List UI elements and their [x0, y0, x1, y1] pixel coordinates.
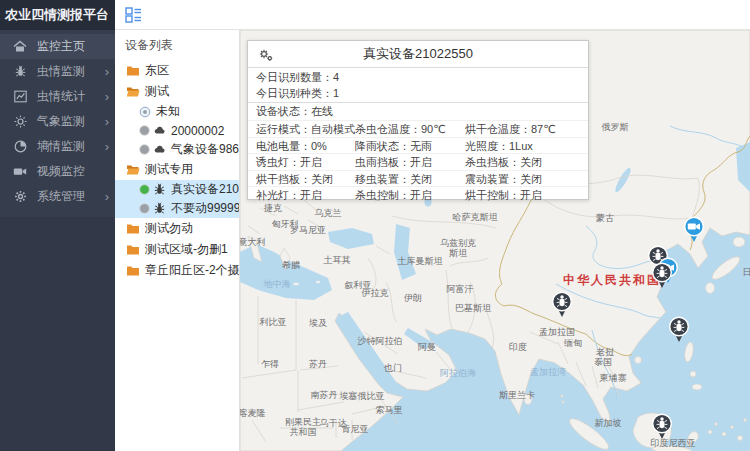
popup-grid-cell: 杀虫仓温度：90℃	[355, 121, 465, 137]
status-offline-icon	[139, 144, 150, 155]
folder-open-icon	[126, 164, 140, 176]
popup-summary: 今日识别数量：4今日识别种类：1	[248, 68, 588, 103]
tree-node-device[interactable]: 未知	[115, 102, 239, 121]
popup-grid-cell: 降雨状态：无雨	[355, 138, 465, 154]
soil-icon	[13, 140, 27, 154]
insect-device-marker[interactable]	[651, 262, 673, 289]
sidebar-item-label: 监控主页	[37, 38, 109, 55]
popup-grid-cell: 虫雨挡板：开启	[355, 154, 465, 170]
sidebar-item-label: 虫情监测	[37, 63, 105, 80]
chart-icon	[13, 90, 27, 104]
sidebar-item-虫情统计[interactable]: 虫情统计›	[0, 84, 115, 109]
device-tree: 东区测试未知20000002气象设备986测试专用真实设备21022550不要动…	[115, 60, 239, 281]
popup-grid-row: 补光灯：开启杀虫控制：开启烘干控制：开启	[248, 186, 588, 203]
sidebar-item-监控主页[interactable]: 监控主页	[0, 34, 115, 59]
video-icon	[13, 165, 27, 179]
sidebar-item-气象监测[interactable]: 气象监测›	[0, 109, 115, 134]
tree-node-label: 章丘阳丘区-2个摄像头	[145, 262, 240, 279]
folder-open-icon	[126, 86, 140, 98]
main-area: 设备列表 东区测试未知20000002气象设备986测试专用真实设备210225…	[115, 0, 750, 451]
sidebar-item-墒情监测[interactable]: 墒情监测›	[0, 134, 115, 159]
tree-node-device[interactable]: 真实设备21022550	[115, 180, 239, 199]
device-status-line: 设备状态：在线	[248, 103, 588, 120]
folder-icon	[126, 244, 140, 256]
popup-grid-cell: 运行模式：自动模式	[248, 121, 355, 137]
popup-summary-row: 今日识别数量：4	[248, 69, 588, 85]
tree-node-folder[interactable]: 东区	[115, 60, 239, 81]
tree-node-folder[interactable]: 测试	[115, 81, 239, 102]
popup-grid-cell: 补光灯：开启	[248, 187, 355, 203]
tree-toggle-icon[interactable]	[125, 6, 142, 23]
popup-grid-cell: 移虫装置：关闭	[355, 171, 465, 187]
popup-grid-row: 电池电量：0%降雨状态：无雨光照度：1Lux	[248, 137, 588, 154]
radio-icon	[139, 106, 151, 118]
sidebar-item-视频监控[interactable]: 视频监控	[0, 159, 115, 184]
tree-node-folder[interactable]: 章丘阳丘区-2个摄像头	[115, 260, 239, 281]
bug-device-icon	[153, 202, 166, 215]
sidebar-item-虫情监测[interactable]: 虫情监测›	[0, 59, 115, 84]
status-offline-icon	[139, 125, 150, 136]
map-canvas[interactable]: 俄罗斯蒙古哈萨克斯坦捷克乌克兰匈牙利罗马尼亚意大利土耳其希腊乌兹别克 斯坦土库曼…	[240, 30, 750, 451]
tree-node-label: 测试	[145, 83, 169, 100]
popup-grid-row: 烘干挡板：关闭移虫装置：关闭震动装置：关闭	[248, 170, 588, 187]
popup-grid-row: 运行模式：自动模式杀虫仓温度：90℃烘干仓温度：87℃	[248, 120, 588, 137]
sidebar-item-系统管理[interactable]: 系统管理›	[0, 184, 115, 209]
chevron-right-icon: ›	[105, 90, 109, 103]
chevron-right-icon: ›	[105, 65, 109, 78]
popup-grid-cell: 震动装置：关闭	[465, 171, 588, 187]
device-list-panel: 设备列表 东区测试未知20000002气象设备986测试专用真实设备210225…	[115, 30, 240, 451]
popup-grid-row: 诱虫灯：开启虫雨挡板：开启杀虫挡板：关闭	[248, 153, 588, 170]
tree-node-folder[interactable]: 测试勿动	[115, 218, 239, 239]
insect-device-marker[interactable]	[651, 413, 673, 440]
tree-node-folder[interactable]: 测试区域-勿删1	[115, 239, 239, 260]
content-area: 设备列表 东区测试未知20000002气象设备986测试专用真实设备210225…	[115, 30, 750, 451]
tree-node-device[interactable]: 气象设备986	[115, 140, 239, 159]
chevron-right-icon: ›	[105, 190, 109, 203]
popup-device-title: 真实设备21022550	[363, 45, 473, 63]
tree-node-label: 测试区域-勿删1	[145, 241, 228, 258]
status-online-icon	[139, 184, 150, 195]
app-window: 农业四情测报平台 监控主页虫情监测›虫情统计›气象监测›墒情监测›视频监控系统管…	[0, 0, 750, 451]
popup-grid-cell: 烘干仓温度：87℃	[465, 121, 588, 137]
settings-gears-icon[interactable]	[258, 47, 274, 63]
tree-node-label: 气象设备986	[171, 141, 239, 158]
sidebar-item-label: 视频监控	[37, 163, 109, 180]
insect-device-marker[interactable]	[551, 291, 573, 318]
weather-icon	[13, 115, 27, 129]
folder-icon	[126, 223, 140, 235]
station-icon	[153, 125, 166, 136]
popup-grid-cell: 杀虫挡板：关闭	[465, 154, 588, 170]
popup-grid-cell: 烘干控制：开启	[465, 187, 588, 203]
tree-node-label: 不要动99999999	[171, 200, 240, 217]
popup-header: 真实设备21022550	[248, 41, 588, 68]
sidebar-item-label: 墒情监测	[37, 138, 105, 155]
tree-node-device[interactable]: 20000002	[115, 121, 239, 140]
sidebar-item-label: 虫情统计	[37, 88, 105, 105]
popup-grid-cell: 诱虫灯：开启	[248, 154, 355, 170]
sidebar: 农业四情测报平台 监控主页虫情监测›虫情统计›气象监测›墒情监测›视频监控系统管…	[0, 0, 115, 451]
status-offline-icon	[139, 203, 150, 214]
tree-node-folder[interactable]: 测试专用	[115, 159, 239, 180]
camera-device-marker[interactable]	[683, 216, 705, 243]
top-toolbar	[115, 0, 750, 30]
popup-grid-cell: 电池电量：0%	[248, 138, 355, 154]
popup-grid-cell: 杀虫控制：开启	[355, 187, 465, 203]
tree-node-label: 20000002	[171, 124, 224, 138]
insect-device-marker[interactable]	[668, 316, 690, 343]
popup-grid-cell: 光照度：1Lux	[465, 138, 588, 154]
tree-node-label: 未知	[156, 103, 180, 120]
tree-node-device[interactable]: 不要动99999999	[115, 199, 239, 218]
station-icon	[153, 144, 166, 155]
bug-device-icon	[153, 183, 166, 196]
popup-summary-row: 今日识别种类：1	[248, 85, 588, 101]
sidebar-item-label: 系统管理	[37, 188, 105, 205]
bug-icon	[13, 65, 27, 79]
tree-node-label: 测试勿动	[145, 220, 193, 237]
device-list-title: 设备列表	[115, 30, 239, 60]
sidebar-menu: 监控主页虫情监测›虫情统计›气象监测›墒情监测›视频监控系统管理›	[0, 30, 115, 217]
app-title: 农业四情测报平台	[0, 0, 115, 30]
chevron-right-icon: ›	[105, 115, 109, 128]
home-icon	[13, 40, 27, 54]
folder-icon	[126, 65, 140, 77]
sidebar-item-label: 气象监测	[37, 113, 105, 130]
